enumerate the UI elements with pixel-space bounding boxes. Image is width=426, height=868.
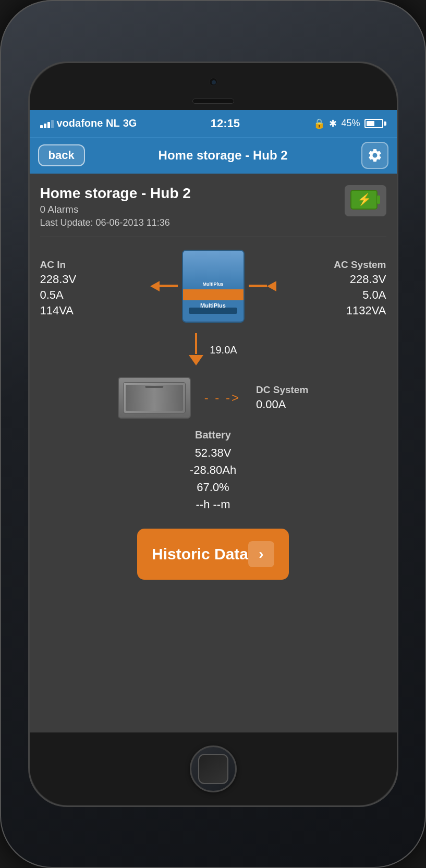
flow-arrows: MultiPlus <box>150 250 276 323</box>
battery-voltage: 52.38V <box>190 444 236 461</box>
battery-current-label: 19.0A <box>210 344 237 356</box>
dashed-arrow: - - -> <box>204 390 240 405</box>
screen: vodafone NL 3G 12:15 🔒 ✱ 45% <box>30 110 397 732</box>
historic-data-button[interactable]: Historic Data › <box>137 529 289 580</box>
down-arrow-row: 19.0A <box>189 327 237 372</box>
battery-icon <box>364 119 386 128</box>
battery-charging-icon: ⚡ <box>350 189 381 212</box>
battery-label: Battery <box>190 429 236 441</box>
arrow-right <box>249 281 276 291</box>
historic-data-label: Historic Data <box>152 545 248 563</box>
nav-title: Home storage - Hub 2 <box>85 148 361 163</box>
speaker-grille <box>192 99 234 104</box>
arrow-right-line <box>249 285 267 287</box>
dc-system-current: 0.00A <box>256 398 286 411</box>
device-title: Home storage - Hub 2 <box>40 185 191 202</box>
arrow-left-line <box>160 285 178 287</box>
ac-system-power: 1132VA <box>303 304 386 317</box>
battery-row: - - -> DC System 0.00A <box>40 377 386 419</box>
time-display: 12:15 <box>211 117 240 130</box>
phone-inner: vodafone NL 3G 12:15 🔒 ✱ 45% <box>28 62 398 807</box>
battery-pct-label: 45% <box>341 118 360 129</box>
arrow-left <box>150 281 178 291</box>
status-bar: vodafone NL 3G 12:15 🔒 ✱ 45% <box>30 110 397 137</box>
ac-in-label: AC In <box>40 259 124 271</box>
arrow-right-head <box>267 281 276 291</box>
front-camera <box>209 78 217 86</box>
home-button[interactable] <box>190 745 237 792</box>
ac-in-power: 114VA <box>40 304 124 317</box>
down-arrow-line <box>195 333 197 354</box>
device-info: Home storage - Hub 2 0 Alarms Last Updat… <box>40 185 191 228</box>
battery-charge: -28.80Ah <box>190 461 236 479</box>
battery-time: --h --m <box>190 496 236 513</box>
phone-device: vodafone NL 3G 12:15 🔒 ✱ 45% <box>0 0 426 868</box>
bluetooth-icon: ✱ <box>329 118 337 129</box>
battery-tip <box>384 121 386 126</box>
ac-system-voltage: 228.3V <box>303 273 386 286</box>
power-flow: AC In 228.3V 0.5A 114VA <box>40 250 386 585</box>
carrier-label: vodafone NL <box>57 117 120 129</box>
inverter-image: MultiPlus <box>182 250 245 323</box>
ac-in-voltage: 228.3V <box>40 273 124 286</box>
svg-rect-1 <box>377 195 380 204</box>
main-content: Home storage - Hub 2 0 Alarms Last Updat… <box>30 174 397 732</box>
battery-percent: 67.0% <box>190 479 236 496</box>
arrow-left-head <box>150 281 160 291</box>
down-arrow-head <box>189 355 203 365</box>
ac-in-panel: AC In 228.3V 0.5A 114VA <box>40 259 124 317</box>
alarms-label: 0 Alarms <box>40 204 191 215</box>
ac-system-current: 5.0A <box>303 288 386 302</box>
device-header: Home storage - Hub 2 0 Alarms Last Updat… <box>40 185 386 228</box>
battery-image <box>118 377 191 419</box>
ac-system-panel: AC System 228.3V 5.0A 1132VA <box>303 259 386 317</box>
phone-bottom <box>30 732 397 805</box>
ac-system-label: AC System <box>303 259 386 271</box>
battery-status-icon: ⚡ <box>345 185 386 216</box>
settings-button[interactable] <box>361 142 388 169</box>
battery-details: Battery 52.38V -28.80Ah 67.0% --h --m <box>190 429 236 513</box>
dc-system-label: DC System <box>256 384 308 396</box>
signal-bars-icon <box>40 119 54 128</box>
battery-fill <box>367 121 374 126</box>
down-arrow-container <box>189 333 203 365</box>
dc-system-panel: DC System 0.00A <box>256 384 308 411</box>
inverter-center: MultiPlus <box>150 250 276 327</box>
home-button-inner <box>198 754 228 784</box>
historic-data-arrow-icon: › <box>248 541 274 567</box>
network-label: 3G <box>123 117 137 129</box>
flow-top-row: AC In 228.3V 0.5A 114VA <box>40 250 386 327</box>
ac-in-current: 0.5A <box>40 288 124 302</box>
lock-icon: 🔒 <box>313 118 325 129</box>
last-update-label: Last Update: 06-06-2013 11:36 <box>40 217 191 228</box>
divider <box>40 237 386 237</box>
status-right: 🔒 ✱ 45% <box>313 118 386 129</box>
back-button[interactable]: back <box>38 144 85 166</box>
status-left: vodafone NL 3G <box>40 117 137 129</box>
nav-bar: back Home storage - Hub 2 <box>30 137 397 174</box>
inverter-brand: MultiPlus <box>203 282 224 287</box>
svg-text:⚡: ⚡ <box>357 192 371 206</box>
phone-top-bar <box>30 63 397 110</box>
battery-body <box>364 119 383 128</box>
gear-icon <box>367 148 383 163</box>
